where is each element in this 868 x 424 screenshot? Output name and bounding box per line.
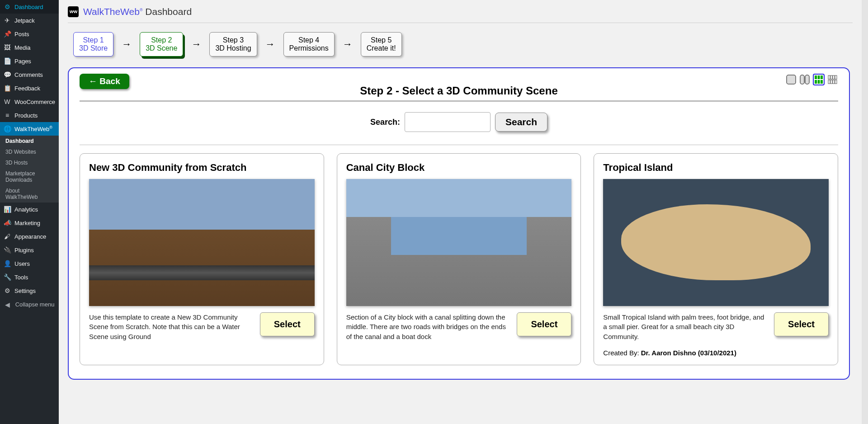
sidebar-item-feedback[interactable]: 📋Feedback xyxy=(0,81,59,95)
card-title: Canal City Block xyxy=(346,162,572,174)
back-button[interactable]: ← Back xyxy=(80,74,129,89)
sidebar-label: WooCommerce xyxy=(14,99,55,105)
select-button[interactable]: Select xyxy=(260,312,315,336)
sidebar-label: Analytics xyxy=(14,206,38,213)
collapse-icon: ◀ xyxy=(4,301,11,308)
dashboard-icon: ⚙ xyxy=(4,3,11,10)
sidebar-item-dashboard[interactable]: ⚙Dashboard xyxy=(0,0,59,14)
tools-icon: 🔧 xyxy=(4,273,11,281)
sidebar-item-comments[interactable]: 💬Comments xyxy=(0,68,59,81)
layout-double-icon[interactable] xyxy=(799,74,810,85)
scene-card-new-community: New 3D Community from Scratch Use this t… xyxy=(80,153,324,365)
svg-rect-2 xyxy=(805,75,809,84)
sidebar-label: Appearance xyxy=(14,233,46,240)
svg-rect-17 xyxy=(835,80,837,84)
svg-rect-8 xyxy=(818,80,820,84)
step-5-create-it[interactable]: Step 5Create it! xyxy=(361,32,402,57)
sidebar-sub-dashboard[interactable]: Dashboard xyxy=(0,136,59,146)
card-credit: Created By: Dr. Aaron Dishno (03/10/2021… xyxy=(603,349,829,357)
woocommerce-icon: W xyxy=(4,98,11,105)
sidebar-sub-about[interactable]: About WalkTheWeb xyxy=(0,185,59,203)
sidebar-label: Jetpack xyxy=(14,17,35,24)
sidebar-item-tools[interactable]: 🔧Tools xyxy=(0,270,59,284)
sidebar-item-plugins[interactable]: 🔌Plugins xyxy=(0,243,59,257)
sidebar-item-walktheweb[interactable]: 🌐WalkTheWeb® xyxy=(0,122,59,136)
sidebar-label: Media xyxy=(14,44,30,51)
svg-rect-10 xyxy=(828,75,830,79)
sidebar-sub-3d-hosts[interactable]: 3D Hosts xyxy=(0,157,59,168)
step-2-3d-scene[interactable]: Step 23D Scene xyxy=(140,32,183,57)
sidebar-label: Tools xyxy=(14,274,28,281)
sidebar-label: Dashboard xyxy=(14,4,43,10)
globe-icon: 🌐 xyxy=(4,125,11,132)
step-1-3d-store[interactable]: Step 13D Store xyxy=(73,32,113,57)
sidebar-sub-marketplace[interactable]: Marketplace Downloads xyxy=(0,168,59,185)
wizard-steps: Step 13D Store → Step 23D Scene → Step 3… xyxy=(68,23,853,67)
sidebar-label: Marketing xyxy=(14,220,40,226)
sidebar-item-jetpack[interactable]: ✈Jetpack xyxy=(0,14,59,27)
search-button[interactable]: Search xyxy=(495,113,547,132)
layout-grid4-icon[interactable] xyxy=(827,74,838,85)
scene-preview-image xyxy=(603,179,829,306)
marketing-icon: 📣 xyxy=(4,219,11,226)
scene-select-panel: ← Back Step 2 - Select a 3D Community Sc… xyxy=(68,67,850,380)
sidebar-item-pages[interactable]: 📄Pages xyxy=(0,54,59,68)
layout-single-icon[interactable] xyxy=(786,74,797,85)
sidebar-item-settings[interactable]: ⚙Settings xyxy=(0,284,59,297)
sidebar-sub-3d-websites[interactable]: 3D Websites xyxy=(0,146,59,157)
svg-rect-7 xyxy=(815,80,817,84)
step-4-permissions[interactable]: Step 4Permissions xyxy=(283,32,335,57)
step-3-3d-hosting[interactable]: Step 33D Hosting xyxy=(209,32,257,57)
sidebar-item-appearance[interactable]: 🖌Appearance xyxy=(0,230,59,243)
card-description: Small Tropical Island with palm trees, f… xyxy=(603,312,769,342)
svg-rect-6 xyxy=(821,75,823,79)
media-icon: 🖼 xyxy=(4,44,11,51)
arrow-icon: → xyxy=(343,38,353,50)
svg-rect-5 xyxy=(818,75,820,79)
collapse-label: Collapse menu xyxy=(14,301,55,309)
jetpack-icon: ✈ xyxy=(4,17,11,24)
panel-title: Step 2 - Select a 3D Community Scene xyxy=(80,85,838,97)
arrow-icon: → xyxy=(122,38,132,50)
collapse-menu-button[interactable]: ◀ Collapse menu xyxy=(0,297,59,312)
products-icon: ≡ xyxy=(4,112,11,119)
scene-card-canal-city: Canal City Block Section of a City block… xyxy=(337,153,581,365)
search-input[interactable] xyxy=(405,112,491,132)
divider xyxy=(80,145,838,145)
card-title: New 3D Community from Scratch xyxy=(89,162,315,174)
sidebar-label: Pages xyxy=(14,58,31,65)
pin-icon: 📌 xyxy=(4,30,11,38)
svg-rect-14 xyxy=(828,80,830,84)
card-description: Use this template to create a New 3D Com… xyxy=(89,312,255,342)
scene-preview-image xyxy=(346,179,572,306)
sidebar-item-marketing[interactable]: 📣Marketing xyxy=(0,216,59,230)
sidebar-submenu-walktheweb: Dashboard 3D Websites 3D Hosts Marketpla… xyxy=(0,136,59,203)
arrow-icon: → xyxy=(265,38,275,50)
sidebar-item-analytics[interactable]: 📊Analytics xyxy=(0,203,59,216)
select-button[interactable]: Select xyxy=(517,312,571,336)
scene-cards: New 3D Community from Scratch Use this t… xyxy=(80,153,838,365)
svg-rect-1 xyxy=(800,75,804,84)
svg-rect-4 xyxy=(815,75,817,79)
sidebar-label: Comments xyxy=(14,71,43,78)
walktheweb-logo-icon: W·W xyxy=(68,6,79,17)
settings-icon: ⚙ xyxy=(4,287,11,294)
sidebar-item-products[interactable]: ≡Products xyxy=(0,108,59,122)
svg-rect-9 xyxy=(821,80,823,84)
sidebar-label: Feedback xyxy=(14,85,40,92)
sidebar-item-users[interactable]: 👤Users xyxy=(0,257,59,270)
sidebar-item-posts[interactable]: 📌Posts xyxy=(0,27,59,41)
comments-icon: 💬 xyxy=(4,71,11,78)
svg-rect-0 xyxy=(787,75,796,84)
sidebar-label: Products xyxy=(14,112,38,119)
sidebar-item-media[interactable]: 🖼Media xyxy=(0,41,59,54)
scene-card-tropical-island: Tropical Island Small Tropical Island wi… xyxy=(594,153,838,365)
page-header: W·W WalkTheWeb® Dashboard xyxy=(68,0,853,23)
sidebar-label: WalkTheWeb® xyxy=(14,125,52,132)
sidebar-item-woocommerce[interactable]: WWooCommerce xyxy=(0,95,59,108)
svg-rect-15 xyxy=(830,80,832,84)
scene-preview-image xyxy=(89,179,315,306)
brand-link[interactable]: WalkTheWeb® xyxy=(83,6,143,17)
select-button[interactable]: Select xyxy=(774,312,829,336)
layout-grid3-icon[interactable] xyxy=(813,74,825,85)
